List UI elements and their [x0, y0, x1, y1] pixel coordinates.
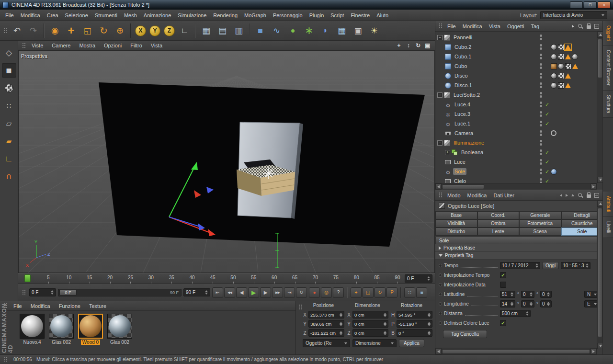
snap-tool-button[interactable]: ∪	[2, 170, 16, 184]
longitude-deg-field[interactable]: 14	[500, 300, 515, 307]
add-environment-button[interactable]: ▦	[334, 23, 350, 39]
menu-crea[interactable]: Crea	[44, 10, 62, 21]
lock-icon[interactable]	[587, 194, 591, 198]
coordinate-system-button[interactable]: ∟	[177, 23, 193, 39]
spinner[interactable]	[49, 290, 54, 295]
object-name[interactable]: Disco.1	[453, 82, 474, 89]
viewport-camera-label[interactable]: Prospettiva	[21, 53, 47, 59]
coord-field-posizione-x[interactable]: 255.373 cm	[308, 311, 344, 318]
phong-tag-icon[interactable]	[572, 64, 578, 69]
checker-tag-icon[interactable]	[558, 73, 564, 79]
add-icon[interactable]	[594, 193, 599, 198]
viewport-menu-vista[interactable]: Vista	[147, 43, 167, 48]
current-frame-marker[interactable]	[24, 274, 31, 282]
spinner[interactable]	[338, 322, 342, 326]
expand-icon[interactable]: +	[445, 150, 450, 155]
object-name[interactable]: Illuminazione	[452, 139, 486, 146]
lock-x-axis-button[interactable]: X	[135, 25, 146, 36]
live-selection-button[interactable]: ◉	[47, 23, 63, 39]
enabled-check-icon[interactable]: ✓	[544, 102, 551, 108]
object-row[interactable]: Cielo✓	[435, 176, 597, 183]
checker-tag-icon[interactable]	[565, 63, 571, 69]
apply-button[interactable]: Applica	[399, 339, 424, 347]
panel-handle[interactable]	[3, 28, 7, 34]
scale-tool-button[interactable]: ◱	[79, 23, 95, 39]
keyframe-dot[interactable]	[439, 321, 442, 325]
spinner[interactable]	[534, 263, 538, 268]
menu-file[interactable]: File	[2, 10, 17, 21]
previous-key-button[interactable]: ◀◀	[224, 287, 235, 298]
om-menu-vista[interactable]: Vista	[486, 23, 504, 29]
visibility-dots[interactable]	[538, 140, 544, 146]
side-tab-livelli[interactable]: Livelli	[603, 217, 613, 238]
keyframe-dot[interactable]	[439, 283, 442, 286]
material-tag-icon[interactable]	[551, 54, 557, 60]
lock-icon[interactable]	[587, 25, 591, 29]
latitude-deg-field[interactable]: 51	[500, 291, 515, 298]
spinner[interactable]	[528, 292, 533, 296]
object-name[interactable]: Camera	[453, 130, 475, 136]
side-tab-struttura[interactable]: Struttura	[603, 91, 613, 118]
tab-ombra[interactable]: Ombra	[477, 219, 520, 228]
maximize-button[interactable]: □	[584, 1, 597, 9]
previous-frame-button[interactable]: ◀	[236, 287, 247, 298]
viewport-menu-filtro[interactable]: Filtro	[126, 43, 146, 48]
object-row[interactable]: ☼Luce.3✓	[435, 109, 597, 119]
checker-tag-icon[interactable]	[558, 82, 564, 89]
visibility-dots[interactable]	[538, 54, 544, 59]
tab-base[interactable]: Base	[435, 211, 477, 219]
coord-field-posizione-z[interactable]: -181.521 cm	[308, 329, 344, 337]
add-generator-button[interactable]: ●	[285, 23, 301, 39]
collapse-icon[interactable]: −	[437, 35, 443, 40]
dolly-view-icon[interactable]: ↕	[405, 42, 412, 49]
am-menu-modifica[interactable]: Modifica	[464, 193, 490, 198]
longitude-sec-field[interactable]: 0	[540, 300, 552, 307]
tab-scena[interactable]: Scena	[519, 228, 561, 236]
submenu-arrow-icon[interactable]	[572, 25, 574, 28]
tab-visibilit[interactable]: Visibilità	[435, 219, 477, 228]
menu-plugin[interactable]: Plugin	[306, 10, 328, 21]
viewport[interactable]: Y Z X Prospettiva	[18, 51, 435, 273]
visibility-dots[interactable]	[538, 111, 544, 117]
proprieta-base-group[interactable]: Proprietà Base	[435, 244, 603, 252]
keyframe-help-button[interactable]: ?	[333, 287, 344, 298]
menu-strumenti[interactable]: Strumenti	[91, 10, 121, 21]
toggle-view-icon[interactable]: ▣	[424, 42, 431, 49]
spinner[interactable]	[426, 322, 431, 326]
menu-selezione[interactable]: Selezione	[62, 10, 91, 21]
object-row[interactable]: ☼Luce.4✓	[435, 100, 597, 109]
attribute-manager-hscroll[interactable]	[435, 348, 597, 354]
coord-field-dimensione-y[interactable]: 0 cm	[352, 320, 388, 328]
spinner[interactable]	[382, 322, 386, 326]
wood-tag-icon[interactable]	[551, 63, 557, 69]
side-tab-attributi[interactable]: Attributi	[603, 192, 613, 217]
visibility-dots[interactable]	[538, 130, 544, 136]
target-tag-icon[interactable]	[551, 130, 556, 136]
object-name[interactable]: Sole	[453, 168, 466, 175]
keyframe-dot[interactable]	[439, 264, 442, 267]
spinner[interactable]	[204, 290, 208, 295]
close-button[interactable]: ×	[598, 1, 611, 9]
spinner[interactable]	[382, 313, 386, 317]
coord-field-posizione-y[interactable]: 389.66 cm	[308, 320, 344, 328]
viewport-menu-mostra[interactable]: Mostra	[75, 43, 100, 48]
definisci-colore-checkbox[interactable]: ✓	[500, 320, 506, 326]
object-row[interactable]: −Pannelli	[435, 33, 597, 42]
render-view-button[interactable]: ▦	[198, 23, 214, 39]
collapse-icon[interactable]: −	[437, 92, 443, 98]
object-row[interactable]: ☼Sole✓	[435, 167, 597, 176]
enabled-check-icon[interactable]: ✓	[544, 111, 551, 117]
spinner[interactable]	[584, 263, 589, 268]
sun-tag-icon[interactable]	[551, 169, 557, 175]
om-menu-oggetti[interactable]: Oggetti	[504, 23, 527, 29]
record-position-button[interactable]: +	[351, 287, 362, 298]
object-row[interactable]: Camera	[435, 128, 597, 138]
material-thumbnail[interactable]	[49, 314, 74, 339]
object-row[interactable]: Cubo	[435, 61, 597, 71]
render-picture-viewer-button[interactable]: ▤	[215, 23, 230, 39]
material-thumbnail[interactable]	[78, 314, 103, 339]
coord-field-dimensione-x[interactable]: 0 cm	[352, 311, 388, 318]
viewport-menu-viste[interactable]: Viste	[27, 43, 47, 48]
viewport-menu-opzioni[interactable]: Opzioni	[100, 43, 126, 48]
menu-animazione[interactable]: Animazione	[140, 10, 174, 21]
